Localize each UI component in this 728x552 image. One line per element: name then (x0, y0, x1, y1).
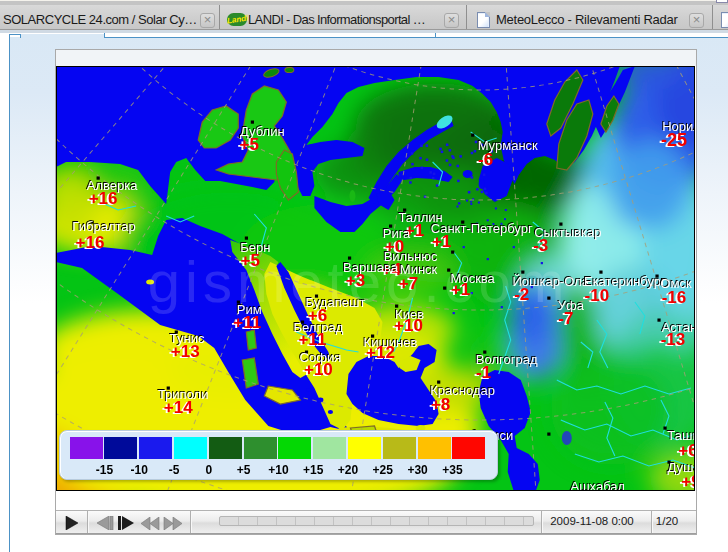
svg-text:-2: -2 (514, 285, 529, 304)
svg-text:-10: -10 (585, 286, 610, 305)
svg-text:+16: +16 (76, 233, 105, 252)
svg-text:+5: +5 (241, 251, 260, 270)
svg-text:+12: +12 (366, 343, 395, 362)
svg-text:+1: +1 (451, 280, 470, 299)
svg-text:+16: +16 (89, 189, 118, 208)
svg-text:+7: +7 (399, 274, 418, 293)
svg-text:Ашхабад: Ашхабад (570, 479, 625, 490)
svg-text:+5: +5 (240, 135, 259, 154)
svg-text:+9: +9 (681, 472, 694, 490)
svg-text:-25: -25 (661, 130, 687, 150)
svg-text:-6: -6 (478, 150, 493, 169)
svg-text:+13: +13 (171, 342, 200, 361)
svg-text:+3: +3 (346, 271, 365, 290)
svg-text:-16: -16 (662, 288, 687, 307)
svg-text:-1: -1 (476, 363, 491, 382)
svg-text:-7: -7 (558, 309, 573, 328)
svg-text:+11: +11 (298, 330, 326, 349)
svg-text:+14: +14 (164, 398, 193, 417)
svg-text:Гибралтар: Гибралтар (72, 219, 135, 234)
svg-text:+11: +11 (233, 313, 261, 332)
svg-text:+10: +10 (394, 316, 423, 335)
svg-text:+10: +10 (304, 360, 333, 379)
svg-text:+6: +6 (678, 441, 694, 460)
svg-text:-3: -3 (533, 236, 548, 255)
svg-text:-13: -13 (661, 330, 686, 349)
svg-text:+8: +8 (431, 395, 450, 414)
